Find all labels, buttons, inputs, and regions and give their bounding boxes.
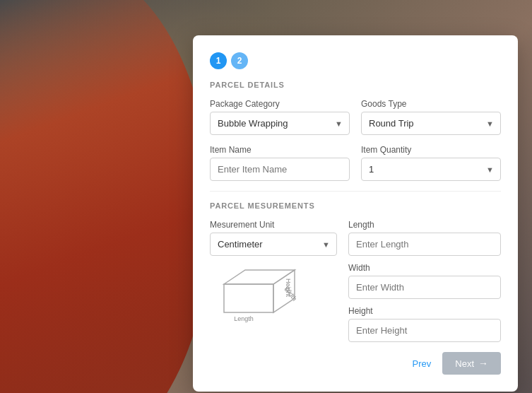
row-item-name-qty: Item Name Item Quantity 1 2 3 4 5 ▼ xyxy=(210,145,501,181)
measurement-unit-select-wrapper: Centimeter Inch Meter ▼ xyxy=(210,233,337,256)
package-category-label: Package Category xyxy=(210,99,350,109)
section-divider xyxy=(210,191,501,192)
step-1-indicator: 1 xyxy=(210,52,227,69)
measurements-left-panel: Mesurement Unit Centimeter Inch Meter ▼ xyxy=(210,220,337,342)
width-group: Width xyxy=(348,263,501,299)
measurement-unit-select[interactable]: Centimeter Inch Meter xyxy=(210,233,337,256)
height-group: Height xyxy=(348,306,501,342)
length-input[interactable] xyxy=(348,233,501,256)
measurements-content: Mesurement Unit Centimeter Inch Meter ▼ xyxy=(210,220,501,342)
parcel-details-title: PARCEL DETAILS xyxy=(210,81,501,89)
item-name-input[interactable] xyxy=(210,158,350,181)
length-label: Length xyxy=(348,220,501,230)
item-name-group: Item Name xyxy=(210,145,350,181)
item-name-label: Item Name xyxy=(210,145,350,155)
row-package-goods: Package Category Bubble Wrapping Box Env… xyxy=(210,99,501,135)
modal-footer: Prev Next → xyxy=(210,352,501,375)
next-button[interactable]: Next → xyxy=(442,352,501,375)
parcel-measurements-title: PARCEL MESUREMENTS xyxy=(210,201,501,210)
next-arrow-icon: → xyxy=(478,358,488,369)
step-indicators: 1 2 xyxy=(210,52,501,69)
step-2-indicator: 2 xyxy=(231,52,248,69)
package-category-select[interactable]: Bubble Wrapping Box Envelope xyxy=(210,112,350,135)
width-input[interactable] xyxy=(348,276,501,299)
measurements-right-panel: Length Width Height xyxy=(348,220,501,342)
package-category-group: Package Category Bubble Wrapping Box Env… xyxy=(210,99,350,135)
goods-type-group: Goods Type Round Trip One Way Return ▼ xyxy=(361,99,501,135)
svg-text:Length: Length xyxy=(234,315,254,322)
item-quantity-label: Item Quantity xyxy=(361,145,501,155)
svg-text:Height: Height xyxy=(285,278,292,298)
prev-button[interactable]: Prev xyxy=(410,353,435,375)
measurement-unit-label: Mesurement Unit xyxy=(210,220,337,230)
svg-marker-0 xyxy=(224,284,273,312)
box-diagram: Length Width Height xyxy=(210,263,323,341)
item-quantity-group: Item Quantity 1 2 3 4 5 ▼ xyxy=(361,145,501,181)
item-quantity-select-wrapper: 1 2 3 4 5 ▼ xyxy=(361,158,501,181)
measurement-unit-group: Mesurement Unit Centimeter Inch Meter ▼ xyxy=(210,220,337,256)
goods-type-label: Goods Type xyxy=(361,99,501,109)
item-quantity-select[interactable]: 1 2 3 4 5 xyxy=(361,158,501,181)
package-category-select-wrapper: Bubble Wrapping Box Envelope ▼ xyxy=(210,112,350,135)
next-button-label: Next xyxy=(455,358,474,369)
length-group: Length xyxy=(348,220,501,256)
box-diagram-svg: Length Width Height xyxy=(210,263,323,341)
modal-panel: 1 2 PARCEL DETAILS Package Category Bubb… xyxy=(193,35,518,392)
goods-type-select[interactable]: Round Trip One Way Return xyxy=(361,112,501,135)
width-label: Width xyxy=(348,263,501,273)
goods-type-select-wrapper: Round Trip One Way Return ▼ xyxy=(361,112,501,135)
height-label: Height xyxy=(348,306,501,316)
height-input[interactable] xyxy=(348,319,501,342)
